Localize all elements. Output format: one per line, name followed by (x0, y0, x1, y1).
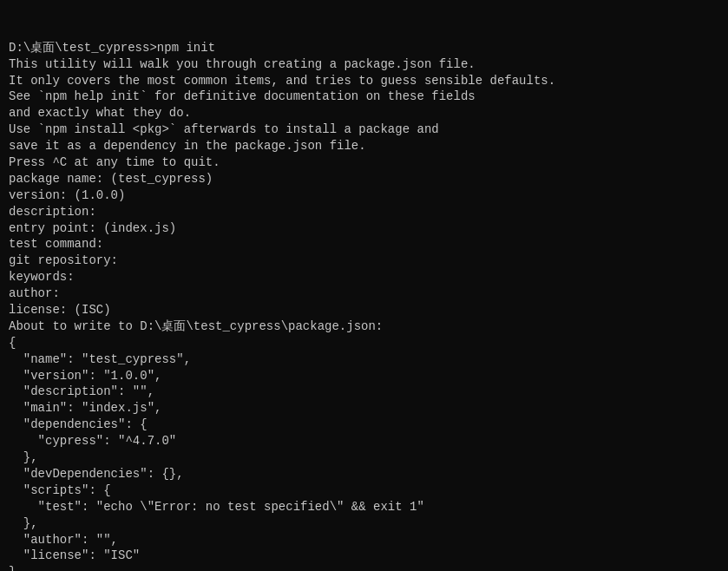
terminal-content: D:\桌面\test_cypress>npm initThis utility … (9, 40, 719, 571)
terminal-line: It only covers the most common items, an… (9, 73, 719, 89)
terminal-line: keywords: (9, 269, 719, 286)
terminal-line: "version": "1.0.0", (9, 368, 719, 384)
terminal-line: license: (ISC) (9, 302, 719, 318)
terminal-line: save it as a dependency in the package.j… (9, 138, 719, 154)
terminal-line: See `npm help init` for definitive docum… (9, 89, 719, 105)
terminal-line: { (9, 335, 719, 351)
terminal-line: "devDependencies": {}, (9, 466, 719, 482)
terminal-line: "main": "index.js", (9, 400, 719, 417)
terminal-line: Press ^C at any time to quit. (9, 154, 719, 171)
terminal-line: "scripts": { (9, 482, 719, 499)
terminal-line: } (9, 564, 719, 571)
terminal-line: "license": "ISC" (9, 548, 719, 564)
terminal-line: This utility will walk you through creat… (9, 56, 719, 73)
terminal-line: D:\桌面\test_cypress>npm init (9, 40, 719, 56)
terminal-line: "dependencies": { (9, 417, 719, 433)
terminal-line: About to write to D:\桌面\test_cypress\pac… (9, 318, 719, 335)
terminal-line: "author": "", (9, 532, 719, 548)
terminal-line: Use `npm install <pkg>` afterwards to in… (9, 121, 719, 138)
terminal-line: "test": "echo \"Error: no test specified… (9, 499, 719, 515)
terminal-line: author: (9, 286, 719, 302)
terminal-line: "cypress": "^4.7.0" (9, 433, 719, 450)
terminal-line: entry point: (index.js) (9, 220, 719, 237)
terminal-line: "description": "", (9, 384, 719, 400)
terminal-line: }, (9, 450, 719, 466)
terminal-line: "name": "test_cypress", (9, 351, 719, 368)
terminal-line: and exactly what they do. (9, 105, 719, 121)
terminal-line: package name: (test_cypress) (9, 171, 719, 187)
terminal-line: version: (1.0.0) (9, 187, 719, 204)
terminal-line: test command: (9, 236, 719, 253)
terminal-line: description: (9, 204, 719, 220)
terminal-line: git repository: (9, 253, 719, 269)
terminal-line: }, (9, 515, 719, 532)
terminal-window[interactable]: D:\桌面\test_cypress>npm initThis utility … (0, 0, 728, 571)
